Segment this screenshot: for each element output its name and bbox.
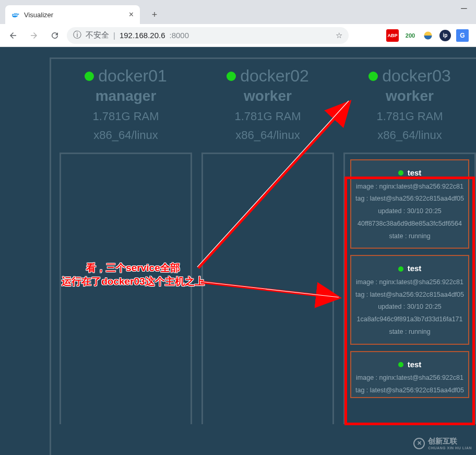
reload-button[interactable] bbox=[46, 27, 64, 44]
minimize-button[interactable]: ─ bbox=[452, 0, 476, 17]
service-card[interactable]: test image : nginx:latest@sha256:922c81 … bbox=[350, 351, 469, 398]
service-tag: tag : latest@sha256:922c815aa4df05 bbox=[353, 289, 466, 301]
service-state: state : running bbox=[353, 230, 466, 243]
node-box: test image : nginx:latest@sha256:922c81 … bbox=[343, 153, 476, 424]
status-dot-icon bbox=[227, 72, 236, 81]
annotation-text: 看，三个service全部 运行在了docker03这个主机之上 bbox=[57, 261, 209, 288]
page-content: docker01 manager 1.781G RAM x86_64/linux… bbox=[0, 47, 476, 455]
service-image: image : nginx:latest@sha256:922c81 bbox=[353, 276, 466, 289]
node-name: docker02 bbox=[240, 66, 309, 86]
docker-favicon-icon bbox=[11, 10, 20, 19]
ext-200-icon[interactable]: 200 bbox=[404, 29, 416, 42]
service-id: 40ff8738c38a6d9d8e85a3fc5df6564 bbox=[353, 218, 466, 230]
service-name: test bbox=[408, 166, 422, 181]
node-ram: 1.781G RAM bbox=[368, 110, 451, 123]
node-column-docker02: docker02 worker 1.781G RAM x86_64/linux bbox=[201, 66, 334, 424]
tab-bar: Visualizer × + ─ bbox=[0, 0, 476, 24]
node-box bbox=[59, 153, 192, 424]
url-host: 192.168.20.6 bbox=[120, 31, 165, 40]
watermark: ✕ 创新互联 CHUANG XIN HU LIAN bbox=[413, 437, 472, 450]
abp-extension-icon[interactable]: ABP bbox=[386, 29, 399, 42]
service-image: image : nginx:latest@sha256:922c81 bbox=[353, 181, 466, 193]
node-box bbox=[201, 153, 334, 424]
service-name: test bbox=[408, 357, 422, 372]
new-tab-button[interactable]: + bbox=[147, 7, 162, 22]
node-arch: x86_64/linux bbox=[368, 129, 451, 142]
ext-google-icon[interactable]: G bbox=[456, 29, 469, 42]
forward-button[interactable] bbox=[25, 27, 43, 44]
bookmark-star-icon[interactable]: ☆ bbox=[336, 31, 342, 40]
node-column-docker01: docker01 manager 1.781G RAM x86_64/linux bbox=[59, 66, 192, 424]
info-icon: ⓘ bbox=[73, 30, 81, 41]
node-arch: x86_64/linux bbox=[227, 129, 309, 142]
tab-title: Visualizer bbox=[24, 11, 53, 19]
node-name: docker01 bbox=[98, 66, 167, 86]
service-card[interactable]: test image : nginx:latest@sha256:922c81 … bbox=[350, 255, 469, 344]
ext-ip-icon[interactable]: ip bbox=[439, 30, 451, 41]
node-name: docker03 bbox=[382, 66, 451, 86]
service-state: state : running bbox=[353, 326, 466, 339]
service-tag: tag : latest@sha256:922c815aa4df05 bbox=[353, 384, 466, 397]
ext-globe-icon[interactable] bbox=[422, 29, 434, 42]
node-column-docker03: docker03 worker 1.781G RAM x86_64/linux … bbox=[343, 66, 476, 424]
service-tag: tag : latest@sha256:922c815aa4df05 bbox=[353, 193, 466, 205]
status-dot-icon bbox=[85, 72, 94, 81]
service-card[interactable]: test image : nginx:latest@sha256:922c81 … bbox=[350, 159, 469, 249]
back-button[interactable] bbox=[4, 27, 22, 44]
node-role: manager bbox=[85, 88, 167, 104]
service-name: test bbox=[408, 261, 422, 276]
node-arch: x86_64/linux bbox=[85, 129, 167, 142]
url-port: :8000 bbox=[170, 31, 189, 40]
status-dot-icon bbox=[398, 362, 403, 367]
browser-tab[interactable]: Visualizer × bbox=[5, 5, 140, 24]
status-dot-icon bbox=[398, 170, 403, 176]
omnibox[interactable]: ⓘ 不安全 | 192.168.20.6:8000 ☆ bbox=[67, 27, 349, 44]
watermark-sub: CHUANG XIN HU LIAN bbox=[428, 446, 472, 450]
service-updated: updated : 30/10 20:25 bbox=[353, 205, 466, 218]
close-tab-icon[interactable]: × bbox=[129, 10, 134, 19]
watermark-brand: 创新互联 bbox=[428, 437, 472, 446]
watermark-logo-icon: ✕ bbox=[413, 438, 425, 449]
node-ram: 1.781G RAM bbox=[227, 110, 309, 123]
node-role: worker bbox=[227, 88, 309, 104]
service-image: image : nginx:latest@sha256:922c81 bbox=[353, 372, 466, 384]
status-dot-icon bbox=[398, 266, 403, 272]
insecure-label: 不安全 bbox=[86, 30, 109, 40]
status-dot-icon bbox=[368, 72, 378, 81]
service-id: 1ca8afc946c9f891a3b7d33d16fa171 bbox=[353, 313, 466, 326]
node-role: worker bbox=[368, 88, 451, 104]
address-bar: ⓘ 不安全 | 192.168.20.6:8000 ☆ ABP 200 ip G bbox=[0, 24, 476, 47]
service-updated: updated : 30/10 20:25 bbox=[353, 301, 466, 313]
node-ram: 1.781G RAM bbox=[85, 110, 167, 123]
